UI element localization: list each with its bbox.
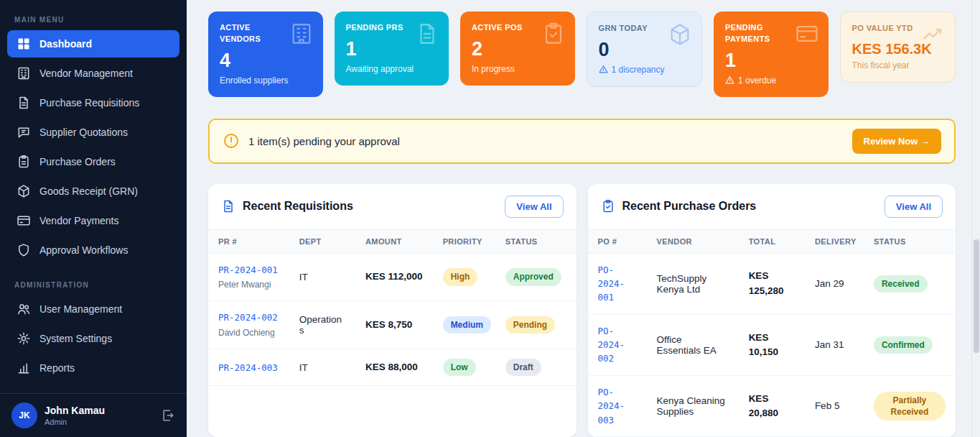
user-info: John Kamau Admin [45,405,105,427]
document-icon [17,96,31,110]
sidebar-item-label: Goods Receipt (GRN) [39,185,138,197]
logout-icon[interactable] [161,408,175,423]
sidebar-item-reports[interactable]: Reports [7,354,179,382]
amount-cell: KES 112,000 [355,253,433,301]
scrollbar-thumb[interactable] [974,239,979,353]
clipboard-check-icon [541,22,566,46]
stat-subtitle: Enrolled suppliers [220,75,312,86]
dept-cell: IT [289,253,355,301]
grid-icon [17,37,31,51]
column-header: VENDOR [647,229,739,253]
sidebar-item-label: Purchase Orders [39,156,116,167]
stat-card-active-vendors: ACTIVE VENDORS 4 Enrolled suppliers [208,12,323,97]
pr-number-link[interactable]: PR-2024-003 [218,361,279,374]
total-cell: KES 20,880 [739,375,805,436]
panel-title: Recent Requisitions [243,200,353,213]
stat-card-pending-payments: PENDING PAYMENTS 1 1 overdue [714,12,829,97]
requester-name: Peter Mwangi [218,279,279,291]
clipboard-icon [17,155,31,169]
vendor-cell: Office Essentials EA [647,314,739,375]
credit-card-icon [17,213,31,228]
user-profile-section: JK John Kamau Admin [0,393,187,437]
view-all-purchase-orders-button[interactable]: View All [885,196,943,218]
sidebar: MAIN MENU Dashboard Vendor Management Pu… [0,0,187,437]
sidebar-item-dashboard[interactable]: Dashboard [7,30,179,58]
stat-card-pending-prs: PENDING PRS 1 Awaiting approval [335,12,449,86]
status-badge: Draft [505,359,541,376]
delivery-cell: Jan 29 [805,253,864,314]
view-all-requisitions-button[interactable]: View All [505,196,563,218]
requisitions-table: PR # DEPT AMOUNT PRIORITY STATUS PR-2024… [208,229,577,387]
column-header: DELIVERY [805,229,864,253]
stat-subtitle: 1 discrepancy [612,65,665,75]
pr-number-link[interactable]: PR-2024-001 [218,263,279,277]
requester-name: David Ochieng [218,327,279,339]
column-header: DEPT [289,229,355,253]
approval-alert-banner: 1 item(s) pending your approval Review N… [208,119,956,164]
status-badge: Confirmed [874,336,933,354]
sidebar-item-purchase-requisitions[interactable]: Purchase Requisitions [7,89,179,116]
box-icon [17,184,31,198]
box-icon [668,22,692,47]
review-now-button[interactable]: Review Now → [852,129,941,154]
trending-icon [921,22,946,47]
table-row: PO-2024-002 Office Essentials EA KES 10,… [588,314,956,375]
po-number-link[interactable]: PO-2024-003 [598,385,637,427]
delivery-cell: Feb 5 [805,375,864,436]
avatar: JK [11,402,37,428]
sidebar-item-user-management[interactable]: User Management [7,295,179,323]
status-badge: Pending [505,316,555,334]
sidebar-item-approval-workflows[interactable]: Approval Workflows [7,236,179,264]
alert-warning-icon [223,132,240,150]
sidebar-item-vendor-management[interactable]: Vendor Management [7,60,179,87]
stats-row: ACTIVE VENDORS 4 Enrolled suppliers PEND… [208,12,956,97]
sidebar-item-label: Dashboard [39,38,92,50]
purchase-orders-table: PO # VENDOR TOTAL DELIVERY STATUS PO-202… [588,229,956,437]
vendor-cell: TechSupply Kenya Ltd [647,253,739,314]
warning-icon [599,65,608,74]
sidebar-item-label: Vendor Payments [39,215,119,226]
po-number-link[interactable]: PO-2024-001 [598,263,637,305]
status-badge: Received [874,275,928,293]
warning-icon [725,75,734,85]
delivery-cell: Jan 31 [805,314,864,375]
sidebar-item-system-settings[interactable]: System Settings [7,325,179,352]
credit-card-icon [795,22,819,46]
vendor-cell: Kenya Cleaning Supplies [647,375,739,436]
sidebar-item-label: User Management [39,303,122,315]
status-badge: Partially Received [874,392,946,420]
po-number-link[interactable]: PO-2024-002 [598,324,637,366]
stat-subtitle: Awaiting approval [346,64,438,74]
column-header: TOTAL [739,229,805,253]
total-cell: KES 10,150 [739,314,805,375]
pr-number-link[interactable]: PR-2024-002 [218,310,279,324]
table-row: PO-2024-001 TechSupply Kenya Ltd KES 125… [588,253,956,314]
sidebar-item-supplier-quotations[interactable]: Supplier Quotations [7,119,179,146]
main-menu-label: MAIN MENU [0,10,187,28]
sidebar-item-label: System Settings [39,333,112,344]
gear-icon [17,331,31,346]
sidebar-item-vendor-payments[interactable]: Vendor Payments [7,207,179,234]
dept-cell: IT [289,349,355,386]
sidebar-item-label: Purchase Requisitions [39,97,139,109]
clipboard-check-icon [601,199,615,213]
stat-card-active-pos: ACTIVE POS 2 In progress [460,12,575,86]
vertical-scrollbar[interactable] [971,0,980,437]
sidebar-item-purchase-orders[interactable]: Purchase Orders [7,148,179,175]
recent-requisitions-panel: Recent Requisitions View All PR # DEPT A… [208,184,577,437]
user-role: Admin [45,418,105,426]
dept-cell: Operations [289,301,355,349]
user-name: John Kamau [45,405,105,417]
sidebar-item-goods-receipt[interactable]: Goods Receipt (GRN) [7,178,179,205]
shield-icon [17,243,31,257]
column-header: PO # [588,229,647,253]
table-row: PR-2024-002 David Ochieng Operations KES… [208,301,577,349]
priority-badge: Low [443,359,476,376]
chat-icon [17,125,31,139]
building-icon [17,66,31,80]
recent-purchase-orders-panel: Recent Purchase Orders View All PO # VEN… [588,184,956,437]
bar-chart-icon [17,361,31,375]
column-header: PR # [208,229,289,253]
panels-row: Recent Requisitions View All PR # DEPT A… [208,184,956,437]
app-root: MAIN MENU Dashboard Vendor Management Pu… [0,0,980,437]
